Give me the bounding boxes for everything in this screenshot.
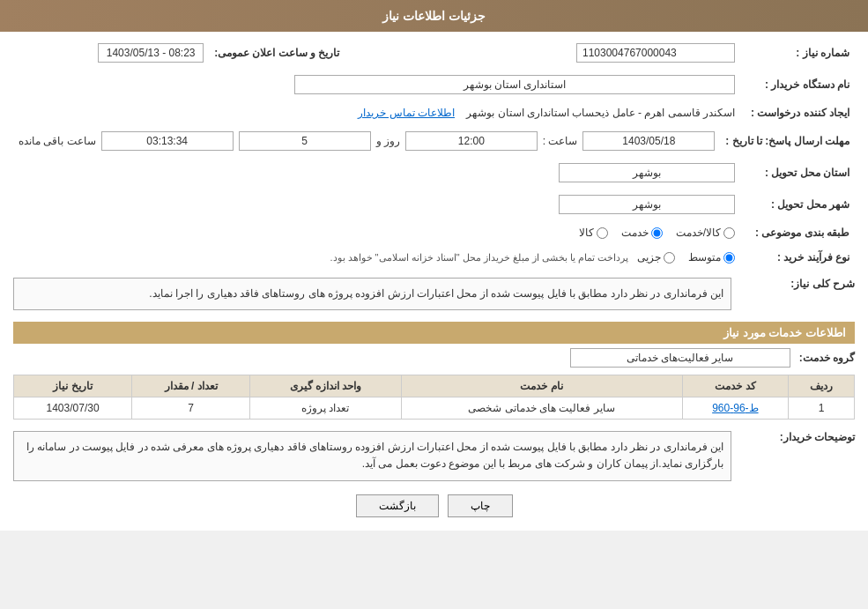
announce-date-box: 1403/05/13 - 08:23 <box>98 43 204 63</box>
purchase-jozvi-radio[interactable] <box>664 252 675 264</box>
delivery-city-table: شهر محل تحویل : بوشهر <box>13 192 855 217</box>
reply-deadline-label: مهلت ارسال پاسخ: تا تاریخ : <box>720 129 855 153</box>
services-section-title: اطلاعات خدمات مورد نیاز <box>13 322 855 344</box>
category-kala-khadamat: کالا/خدمت <box>676 227 735 239</box>
buyer-org-label: نام دستگاه خریدار : <box>740 72 855 97</box>
category-table: طبقه بندی موضوعی : کالا/خدمت خدمت <box>13 224 855 241</box>
contact-link[interactable]: اطلاعات تماس خریدار <box>358 107 455 119</box>
buyer-org-value: استانداری استان بوشهر <box>13 72 740 97</box>
category-kala-label: کالا <box>579 227 594 239</box>
buyer-notes-row: توضیحات خریدار: این فرمانداری در نظر دار… <box>13 427 855 485</box>
reply-time-label: ساعت : <box>543 135 578 147</box>
reply-days-box: 5 <box>239 131 371 151</box>
category-kala: کالا <box>579 227 608 239</box>
category-radio-group: کالا/خدمت خدمت کالا <box>19 227 735 239</box>
buyer-notes-box: این فرمانداری در نظر دارد مطابق با فایل … <box>13 431 731 480</box>
category-kala-khadamat-label: کالا/خدمت <box>676 227 721 239</box>
button-row: بازگشت چاپ <box>13 494 855 517</box>
service-group-label: گروه خدمت: <box>799 352 855 364</box>
category-khadamat: خدمت <box>621 227 663 239</box>
purchase-type-note: پرداخت تمام یا بخشی از مبلغ خریداز محل "… <box>330 252 628 264</box>
category-khadamat-label: خدمت <box>621 227 649 239</box>
general-desc-row: شرح کلی نیاز: این فرمانداری در نظر دارد … <box>13 273 855 315</box>
back-button[interactable]: بازگشت <box>356 494 439 517</box>
table-row: 1 ط-96-960 سایر فعالیت های خدماتی شخصی ت… <box>14 397 855 420</box>
purchase-jozvi: جزیی <box>637 251 675 264</box>
general-desc-box: این فرمانداری در نظر دارد مطابق با فایل … <box>13 278 731 310</box>
col-header-name: نام خدمت <box>401 375 682 397</box>
print-button[interactable]: چاپ <box>448 494 513 517</box>
purchase-type-table: نوع فرآیند خرید : متوسط جزیی <box>13 249 855 266</box>
requester-table: ایجاد کننده درخواست : اسکندر قاسمی اهرم … <box>13 104 855 122</box>
top-info-table: شماره نیاز : 1103004767000043 تاریخ و سا… <box>13 41 855 65</box>
cell-name: سایر فعالیت های خدماتی شخصی <box>401 397 682 420</box>
delivery-city-label: شهر محل تحویل : <box>740 192 855 217</box>
purchase-mottavasit-label: متوسط <box>688 251 721 264</box>
purchase-type-label: نوع فرآیند خرید : <box>740 249 855 266</box>
requester-label: ایجاد کننده درخواست : <box>740 104 855 122</box>
services-table: ردیف کد خدمت نام خدمت واحد اندازه گیری ت… <box>13 375 855 420</box>
requester-value: اسکندر قاسمی اهرم - عامل ذیحساب استاندار… <box>13 104 740 122</box>
reply-deadline-table: مهلت ارسال پاسخ: تا تاریخ : 1403/05/18 س… <box>13 129 855 153</box>
need-number-box: 1103004767000043 <box>576 43 735 63</box>
need-number-label: شماره نیاز : <box>740 41 855 65</box>
delivery-city-box: بوشهر <box>559 195 735 214</box>
buyer-notes-label: توضیحات خریدار: <box>740 427 855 443</box>
reply-deadline-values: 1403/05/18 ساعت : 12:00 روز و 5 03:13:34… <box>13 129 720 153</box>
cell-count: 7 <box>132 397 250 420</box>
page-header: جزئیات اطلاعات نیاز <box>0 0 868 32</box>
main-content: شماره نیاز : 1103004767000043 تاریخ و سا… <box>0 32 868 531</box>
announce-date-label: تاریخ و ساعت اعلان عمومی: <box>209 41 438 65</box>
delivery-city-value: بوشهر <box>13 192 740 217</box>
requester-text: اسکندر قاسمی اهرم - عامل ذیحساب استاندار… <box>466 107 735 119</box>
delivery-province-value: بوشهر <box>13 160 740 185</box>
page-title: جزئیات اطلاعات نیاز <box>382 9 486 23</box>
reply-time-box: 12:00 <box>405 131 538 151</box>
cell-date: 1403/07/30 <box>14 397 132 420</box>
category-khadamat-radio[interactable] <box>651 227 663 239</box>
reply-date-box: 1403/05/18 <box>582 131 715 151</box>
service-group-row: گروه خدمت: سایر فعالیت‌های خدماتی <box>13 348 855 368</box>
delivery-province-box: بوشهر <box>559 163 735 182</box>
category-kala-radio[interactable] <box>597 227 608 239</box>
col-header-code: کد خدمت <box>682 375 789 397</box>
purchase-type-radio-group: متوسط جزیی <box>637 251 735 264</box>
purchase-mottavasit-radio[interactable] <box>723 252 735 264</box>
category-kala-khadamat-radio[interactable] <box>723 227 735 239</box>
col-header-date: تاریخ نیاز <box>14 375 132 397</box>
purchase-mottavasit: متوسط <box>688 251 735 264</box>
col-header-row: ردیف <box>789 375 855 397</box>
col-header-count: تعداد / مقدار <box>132 375 250 397</box>
page-wrapper: جزئیات اطلاعات نیاز شماره نیاز : 1103004… <box>0 0 868 531</box>
reply-days-label: روز و <box>376 135 400 147</box>
general-desc-label: شرح کلی نیاز: <box>740 273 855 290</box>
delivery-province-label: استان محل تحویل : <box>740 160 855 185</box>
reply-remaining-label: ساعت باقی مانده <box>19 135 96 147</box>
purchase-jozvi-label: جزیی <box>637 251 661 264</box>
purchase-type-options: متوسط جزیی پرداخت تمام یا بخشی از مبلغ خ… <box>13 249 740 266</box>
service-group-box: سایر فعالیت‌های خدماتی <box>570 348 790 368</box>
announce-date-value: 1403/05/13 - 08:23 <box>13 41 209 65</box>
need-number-value: 1103004767000043 <box>456 41 740 65</box>
category-label: طبقه بندی موضوعی : <box>740 224 855 241</box>
category-options: کالا/خدمت خدمت کالا <box>13 224 740 241</box>
buyer-org-table: نام دستگاه خریدار : استانداری استان بوشه… <box>13 72 855 97</box>
buyer-org-box: استانداری استان بوشهر <box>294 75 735 94</box>
cell-unit: تعداد پروژه <box>250 397 402 420</box>
cell-code: ط-96-960 <box>682 397 789 420</box>
col-header-unit: واحد اندازه گیری <box>250 375 402 397</box>
reply-remaining-box: 03:13:34 <box>101 131 234 151</box>
cell-row-num: 1 <box>789 397 855 420</box>
delivery-province-table: استان محل تحویل : بوشهر <box>13 160 855 185</box>
